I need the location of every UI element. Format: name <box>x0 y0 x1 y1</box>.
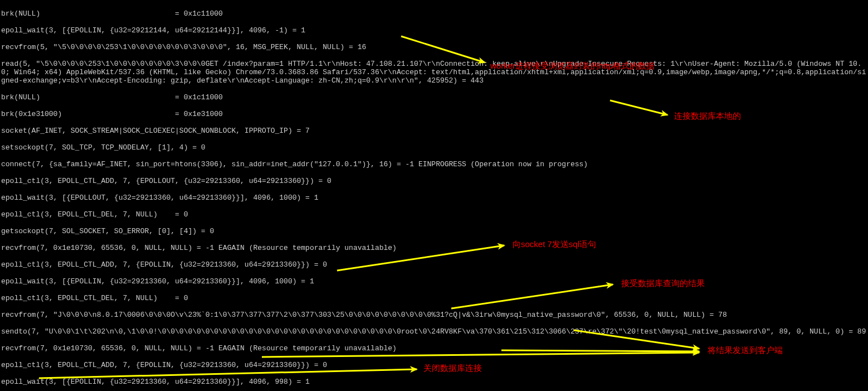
trace-line: recvfrom(7, "J\0\0\0\n8.0.17\0006\0\0\0O… <box>1 311 867 319</box>
annotation-send-client: 将结果发送到客户端 <box>708 346 783 354</box>
trace-line: epoll_wait(3, [{EPOLLIN, {u32=29212144, … <box>1 26 867 35</box>
annotation-db-connect: 连接数据库本地的 <box>674 112 741 120</box>
trace-line: epoll_ctl(3, EPOLL_CTL_ADD, 7, {EPOLLIN,… <box>1 260 867 269</box>
trace-line: epoll_ctl(3, EPOLL_CTL_DEL, 7, NULL) = 0 <box>1 210 867 219</box>
trace-line: read(5, "\5\0\0\0\0\253\1\0\0\0\0\0\0\0\… <box>1 60 867 85</box>
annotation-send-sql: 向socket 7发送sql语句 <box>513 240 596 248</box>
trace-line: recvfrom(7, 0x1e10730, 65536, 0, NULL, N… <box>1 244 867 252</box>
trace-line: epoll_ctl(3, EPOLL_CTL_DEL, 7, NULL) = 0 <box>1 294 867 302</box>
trace-line: brk(NULL) = 0x1c11000 <box>1 93 867 102</box>
annotation-recv-result: 接受数据库查询的结果 <box>621 279 705 287</box>
annotation-close-db: 关闭数据库连接 <box>423 364 482 372</box>
trace-line: recvfrom(5, "\5\0\0\0\0\253\1\0\0\0\0\0\… <box>1 43 867 51</box>
trace-line: sendto(7, "U\0\0\1\t\202\n\0,\1\0\0!\0\0… <box>1 327 867 336</box>
trace-line: connect(7, {sa_family=AF_INET, sin_port=… <box>1 160 867 168</box>
terminal-output: brk(NULL) = 0x1c11000 epoll_wait(3, [{EP… <box>1 1 867 391</box>
trace-line: epoll_wait(3, [{EPOLLIN, {u32=29213360, … <box>1 378 867 386</box>
trace-line: epoll_wait(3, [{EPOLLIN, {u32=29213360, … <box>1 277 867 286</box>
trace-line: socket(AF_INET, SOCK_STREAM|SOCK_CLOEXEC… <box>1 127 867 135</box>
trace-line: epoll_ctl(3, EPOLL_CTL_ADD, 7, {EPOLLOUT… <box>1 177 867 185</box>
trace-line: epoll_wait(3, [{EPOLLOUT, {u32=29213360,… <box>1 194 867 202</box>
trace-line: getsockopt(7, SOL_SOCKET, SO_ERROR, [0],… <box>1 227 867 235</box>
trace-line: setsockopt(7, SOL_TCP, TCP_NODELAY, [1],… <box>1 143 867 152</box>
trace-line: brk(NULL) = 0x1c11000 <box>1 9 867 18</box>
annotation-http-recv: worker进程接受浏览器封装的http格式的数据 <box>490 61 655 70</box>
